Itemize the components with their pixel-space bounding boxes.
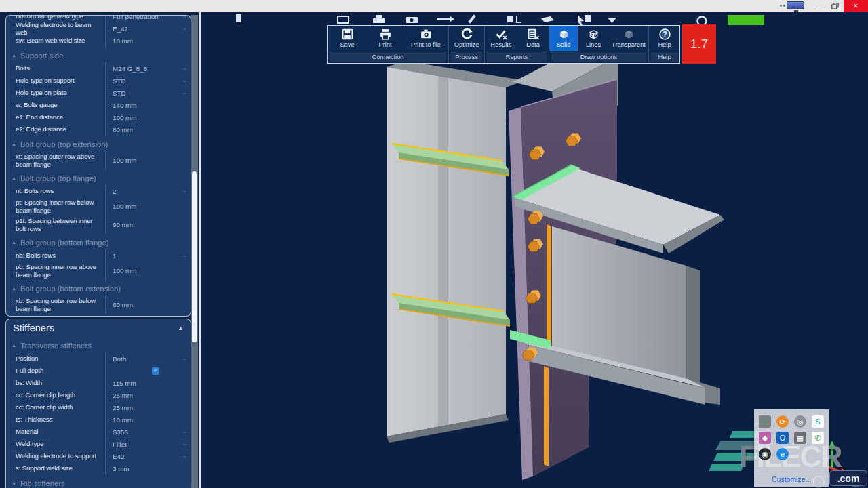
param-row[interactable]: BoltsM24 G_8_8⌄ bbox=[6, 62, 191, 75]
param-value[interactable]: 3 mm bbox=[105, 462, 191, 474]
param-value[interactable]: E_42 bbox=[105, 22, 191, 35]
param-row[interactable]: Weld typeFillet⌄ bbox=[6, 438, 191, 450]
outlook-icon[interactable]: O bbox=[776, 432, 789, 444]
param-row[interactable]: ts: Thickness10 mm bbox=[6, 413, 191, 426]
help-button[interactable]: ?Help bbox=[649, 26, 680, 51]
param-value[interactable]: 25 mm bbox=[105, 389, 191, 401]
param-row[interactable]: s: Support weld size3 mm bbox=[6, 462, 191, 474]
param-row[interactable]: Welding electrode to beam webE_42⌄ bbox=[6, 22, 191, 35]
chevron-down-icon[interactable]: ⌄ bbox=[182, 64, 187, 71]
param-row[interactable]: pt: Spacing inner row below beam flange1… bbox=[6, 197, 191, 216]
collapse-caret-icon[interactable]: ▲ bbox=[12, 53, 16, 58]
data-button[interactable]: Data bbox=[517, 26, 549, 51]
param-row[interactable]: p1t: Spacing between inner bolt rows90 m… bbox=[6, 216, 191, 234]
param-row[interactable]: cc: Corner clip width25 mm bbox=[6, 401, 191, 413]
param-row[interactable]: sw: Beam web weld size10 mm bbox=[6, 35, 191, 47]
tray-customize-link[interactable]: Customize... bbox=[755, 472, 828, 483]
usb-remove-icon[interactable]: ✔ bbox=[759, 415, 771, 428]
collapse-caret-icon[interactable]: ▲ bbox=[12, 176, 16, 180]
param-row[interactable]: xb: Spacing outer row below beam flange6… bbox=[6, 296, 191, 314]
param-value[interactable]: 100 mm bbox=[105, 262, 191, 280]
param-value[interactable]: S355 bbox=[105, 426, 191, 438]
param-value[interactable]: 90 mm bbox=[105, 216, 191, 234]
param-row[interactable]: PositionBoth⌄ bbox=[6, 352, 191, 365]
param-row[interactable]: w: Bolts gauge140 mm bbox=[6, 99, 191, 111]
param-row[interactable]: Hole type on plateSTD⌄ bbox=[6, 87, 191, 99]
sidebar-scrollbar[interactable] bbox=[191, 15, 198, 488]
param-value[interactable]: 100 mm bbox=[105, 197, 191, 216]
param-value[interactable]: 2 bbox=[105, 185, 191, 197]
param-row[interactable]: MaterialS355⌄ bbox=[6, 426, 191, 438]
app-circle-icon[interactable]: ◎ bbox=[794, 415, 806, 428]
lines-button[interactable]: Lines bbox=[578, 26, 609, 51]
print-to-file-button[interactable]: Print to file bbox=[403, 26, 448, 51]
param-value[interactable]: 10 mm bbox=[105, 35, 191, 47]
collapse-caret-icon[interactable]: ▲ bbox=[12, 286, 16, 291]
param-section-support-side[interactable]: ▲Support side bbox=[6, 48, 191, 62]
param-section-bolt-group-bottom-extension-[interactable]: ▲Bolt group (bottom extension) bbox=[6, 281, 191, 296]
param-value[interactable]: Full penetration bbox=[105, 15, 191, 22]
results-button[interactable]: Results bbox=[485, 26, 517, 51]
print-button[interactable]: Print bbox=[367, 26, 403, 51]
param-row[interactable]: pb: Spacing inner row above beam flange1… bbox=[6, 262, 191, 280]
param-row[interactable]: nt: Bolts rows2⌄ bbox=[6, 185, 191, 197]
param-section-rib-stiffeners[interactable]: ▲Rib stiffeners bbox=[6, 476, 191, 488]
param-value[interactable]: STD bbox=[105, 87, 191, 99]
param-row[interactable]: Welding electrode to supportE42⌄ bbox=[6, 450, 191, 462]
minimize-button[interactable]: — bbox=[811, 0, 826, 12]
param-row[interactable]: Hole type on supportSTD⌄ bbox=[6, 75, 191, 87]
chevron-down-icon[interactable]: ⌄ bbox=[182, 77, 187, 83]
collapse-caret-icon[interactable]: ▲ bbox=[12, 481, 16, 485]
param-value[interactable]: Fillet bbox=[105, 438, 191, 450]
param-value[interactable]: STD bbox=[105, 75, 191, 87]
param-row[interactable]: bs: Width115 mm bbox=[6, 377, 191, 389]
param-row[interactable]: Full depth✓ bbox=[6, 365, 191, 377]
param-value[interactable]: 25 mm bbox=[105, 401, 191, 413]
phone-app-icon[interactable]: ✆ bbox=[812, 432, 824, 444]
param-value[interactable]: 10 mm bbox=[105, 413, 191, 426]
param-section-bolt-group-bottom-flange-[interactable]: ▲Bolt group (bottom flange) bbox=[6, 235, 191, 249]
param-value[interactable]: 60 mm bbox=[105, 296, 191, 314]
param-value[interactable]: M24 G_8_8 bbox=[105, 62, 191, 75]
panel-splitter[interactable] bbox=[199, 12, 201, 488]
stiffeners-panel-header[interactable]: Stiffeners ▲ bbox=[6, 319, 191, 337]
chevron-down-icon[interactable]: ⌄ bbox=[182, 15, 187, 19]
param-value[interactable]: Both bbox=[105, 352, 191, 365]
dark-app-icon[interactable]: ◉ bbox=[759, 448, 771, 460]
param-row[interactable]: e1: End distance100 mm bbox=[6, 111, 191, 123]
chevron-down-icon[interactable]: ⌄ bbox=[182, 187, 187, 194]
media-app-icon[interactable]: ◆ bbox=[759, 432, 771, 444]
chevron-down-icon[interactable]: ⌄ bbox=[182, 452, 187, 459]
param-value[interactable]: 140 mm bbox=[105, 99, 191, 111]
scrollbar-thumb[interactable] bbox=[192, 171, 197, 342]
param-section-transverse-stiffeners[interactable]: ▲Transverse stiffeners bbox=[6, 338, 191, 352]
transparent-button[interactable]: Transparent bbox=[609, 26, 648, 51]
collapse-caret-icon[interactable]: ▲ bbox=[12, 142, 16, 146]
browser-icon[interactable]: e bbox=[776, 448, 789, 460]
chevron-down-icon[interactable]: ⌄ bbox=[182, 251, 187, 258]
chevron-down-icon[interactable]: ⌄ bbox=[182, 24, 187, 31]
chevron-down-icon[interactable]: ⌄ bbox=[182, 89, 187, 96]
param-section-bolt-group-top-flange-[interactable]: ▲Bolt group (top flange) bbox=[6, 171, 191, 185]
collapse-caret-icon[interactable]: ▲ bbox=[12, 240, 16, 245]
param-value[interactable]: 115 mm bbox=[105, 377, 191, 389]
param-value[interactable]: E42 bbox=[105, 450, 191, 462]
param-value[interactable]: 100 mm bbox=[105, 151, 191, 169]
param-section-bolt-group-top-extension-[interactable]: ▲Bolt group (top extension) bbox=[6, 137, 191, 151]
close-button[interactable]: ✕ bbox=[844, 0, 868, 12]
optimize-button[interactable]: Optimize bbox=[449, 26, 484, 51]
checkbox-checked-icon[interactable]: ✓ bbox=[152, 367, 159, 375]
param-row[interactable]: e2: Edge distance80 mm bbox=[6, 123, 191, 136]
chevron-down-icon[interactable]: ⌄ bbox=[182, 428, 187, 434]
param-row[interactable]: nb: Bolts rows1⌄ bbox=[6, 249, 191, 262]
messenger-icon[interactable]: S bbox=[812, 415, 824, 428]
solid-button[interactable]: Solid bbox=[549, 26, 578, 51]
param-value[interactable]: 100 mm bbox=[105, 111, 191, 123]
collapse-caret-icon[interactable]: ▲ bbox=[12, 343, 16, 348]
chevron-down-icon[interactable]: ⌄ bbox=[182, 354, 187, 361]
chevron-down-icon[interactable]: ⌄ bbox=[182, 440, 187, 447]
param-value[interactable]: 1 bbox=[105, 249, 191, 262]
param-row[interactable]: cc: Corner clip length25 mm bbox=[6, 389, 191, 401]
save-button[interactable]: Save bbox=[328, 26, 367, 51]
param-value[interactable]: 80 mm bbox=[105, 123, 191, 136]
